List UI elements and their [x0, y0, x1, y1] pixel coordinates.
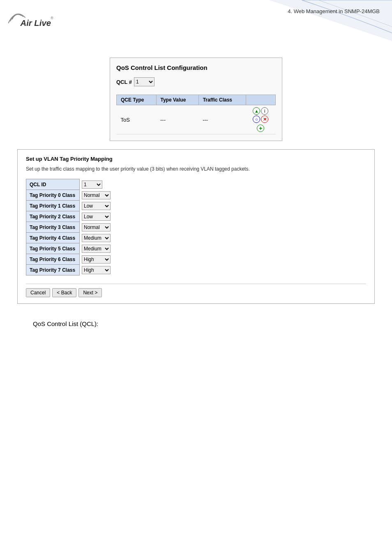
priority-7-label: Tag Priority 7 Class — [26, 265, 80, 275]
move-up-icon[interactable]: ▲ — [253, 107, 260, 115]
priority-6-label: Tag Priority 6 Class — [26, 254, 80, 265]
priority-3-select[interactable]: LowNormalMediumHigh — [82, 223, 111, 231]
back-button[interactable]: < Back — [52, 288, 76, 297]
button-row: Cancel < Back Next > — [26, 284, 366, 297]
priority-1-cell: LowNormalMediumHigh — [80, 201, 113, 211]
priority-7-select[interactable]: LowNormalMediumHigh — [82, 266, 111, 274]
priority-row: Tag Priority 0 ClassLowNormalMediumHigh — [26, 190, 113, 201]
priority-5-select[interactable]: LowNormalMediumHigh — [82, 245, 111, 253]
priority-5-label: Tag Priority 5 Class — [26, 243, 80, 254]
cell-qce-type: ToS — [117, 105, 157, 134]
icon-row-top: ▲ i — [253, 107, 268, 115]
priority-4-select[interactable]: LowNormalMediumHigh — [82, 234, 111, 242]
priority-1-select[interactable]: LowNormalMediumHigh — [82, 202, 111, 210]
col-traffic-class: Traffic Class — [198, 95, 246, 105]
header-decoration — [187, 0, 392, 41]
svg-text:Air Live: Air Live — [20, 18, 51, 28]
priority-2-label: Tag Priority 2 Class — [26, 211, 80, 222]
info-icon[interactable]: i — [261, 107, 268, 115]
priority-2-cell: LowNormalMediumHigh — [80, 211, 113, 222]
col-qce-type: QCE Type — [117, 95, 157, 105]
delete-icon[interactable]: ✕ — [261, 116, 268, 123]
priority-3-label: Tag Priority 3 Class — [26, 222, 80, 233]
qos-config-box: QoS Control List Configuration QCL # 1 2… — [110, 58, 282, 141]
table-row: ToS --- --- ▲ i ○ ✕ — [117, 105, 276, 134]
priority-6-cell: LowNormalMediumHigh — [80, 254, 113, 265]
vlan-form: QCL ID 1 2 Tag Priority 0 ClassLowNormal… — [26, 179, 366, 275]
priority-row: Tag Priority 1 ClassLowNormalMediumHigh — [26, 201, 113, 211]
svg-text:®: ® — [51, 16, 53, 20]
priority-1-label: Tag Priority 1 Class — [26, 201, 80, 211]
add-icon[interactable]: + — [257, 125, 264, 132]
header: Air Live ® 4. Web Management in SNMP-24M… — [0, 0, 392, 41]
airlive-logo: Air Live ® — [8, 6, 58, 31]
priority-0-label: Tag Priority 0 Class — [26, 190, 80, 201]
qcl-select[interactable]: 1 2 — [134, 77, 154, 86]
priority-0-cell: LowNormalMediumHigh — [80, 190, 113, 201]
cancel-button[interactable]: Cancel — [26, 288, 50, 297]
cell-traffic-class: --- — [198, 105, 246, 134]
priority-3-cell: LowNormalMediumHigh — [80, 222, 113, 233]
priority-2-select[interactable]: LowNormalMediumHigh — [82, 213, 111, 221]
qcl-id-cell: 1 2 — [80, 179, 113, 190]
cell-actions: ▲ i ○ ✕ + — [246, 105, 275, 134]
qcl-id-select[interactable]: 1 2 — [82, 180, 102, 189]
col-actions — [246, 95, 275, 105]
col-type-value: Type Value — [156, 95, 198, 105]
footer-text: QoS Control List (QCL): — [16, 320, 376, 327]
next-button[interactable]: Next > — [78, 288, 102, 297]
qcl-label: QCL # — [116, 79, 132, 85]
priority-0-select[interactable]: LowNormalMediumHigh — [82, 191, 111, 199]
qcl-id-row: QCL ID 1 2 — [26, 179, 113, 190]
logo-area: Air Live ® — [8, 6, 58, 32]
priority-7-cell: LowNormalMediumHigh — [80, 265, 113, 275]
qce-table: QCE Type Type Value Traffic Class ToS --… — [116, 95, 276, 134]
qcl-id-label: QCL ID — [26, 179, 80, 190]
priority-row: Tag Priority 7 ClassLowNormalMediumHigh — [26, 265, 113, 275]
vlan-box: Set up VLAN Tag Priority Mapping Set up … — [17, 149, 375, 304]
icon-row-mid: ○ ✕ — [253, 116, 268, 123]
cell-type-value: --- — [156, 105, 198, 134]
priority-row: Tag Priority 4 ClassLowNormalMediumHigh — [26, 233, 113, 243]
priority-row: Tag Priority 5 ClassLowNormalMediumHigh — [26, 243, 113, 254]
priority-row: Tag Priority 2 ClassLowNormalMediumHigh — [26, 211, 113, 222]
priority-row: Tag Priority 6 ClassLowNormalMediumHigh — [26, 254, 113, 265]
page-reference: 4. Web Management in SNMP-24MGB — [288, 8, 380, 14]
vlan-table: QCL ID 1 2 Tag Priority 0 ClassLowNormal… — [26, 179, 113, 275]
priority-5-cell: LowNormalMediumHigh — [80, 243, 113, 254]
priority-4-cell: LowNormalMediumHigh — [80, 233, 113, 243]
priority-row: Tag Priority 3 ClassLowNormalMediumHigh — [26, 222, 113, 233]
vlan-desc: Set up the traffic class mapping to the … — [26, 165, 366, 173]
qcl-row: QCL # 1 2 — [116, 77, 276, 86]
priority-4-label: Tag Priority 4 Class — [26, 233, 80, 243]
priority-6-select[interactable]: LowNormalMediumHigh — [82, 255, 111, 264]
action-icons: ▲ i ○ ✕ + — [250, 107, 271, 132]
main-content: QoS Control List Configuration QCL # 1 2… — [0, 41, 392, 335]
edit-icon[interactable]: ○ — [253, 116, 260, 123]
qos-config-title: QoS Control List Configuration — [116, 64, 276, 71]
qce-table-header: QCE Type Type Value Traffic Class — [117, 95, 276, 105]
vlan-title: Set up VLAN Tag Priority Mapping — [26, 156, 366, 162]
